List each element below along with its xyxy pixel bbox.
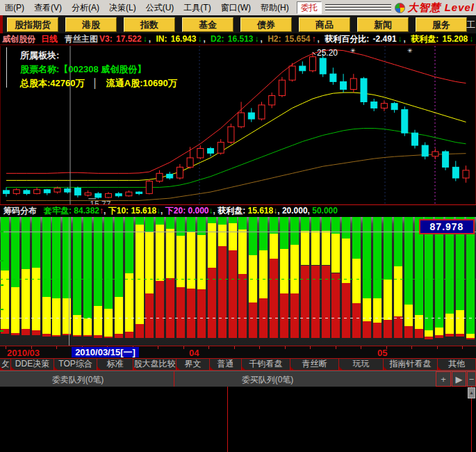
chip-bar [435,217,443,344]
bar-segment [238,229,247,274]
bar-segment [394,217,402,266]
layout-tab-1[interactable]: 攵 [0,359,11,371]
field-separator: , [318,34,322,44]
layout-tab-8[interactable]: 千钧看盘 [242,359,290,371]
bar-segment [187,289,195,338]
candlestick-panel[interactable]: 25.2015.77✳✳ 所属板块: 股票名称:【002308 威创股份】 总股… [0,46,476,204]
layout-tab-12[interactable]: 其他 [438,359,476,371]
chip-bar [363,217,371,344]
timeline-label: 04 [189,348,199,358]
bar-segment [208,217,216,223]
layout-tab-3[interactable]: TOP综合 [54,359,97,371]
bar-segment [466,338,475,339]
bar-segment [166,278,174,338]
chip-bar [249,217,257,344]
market-tab-4[interactable]: 基金 [182,17,233,32]
bar-segment [404,326,413,338]
bar-segment [322,217,330,231]
bar-segment [42,297,51,334]
star-marker-icon: ✳ [407,47,413,54]
chip-bar [83,217,92,344]
chip-bar [352,217,361,344]
left-accent-strip [0,15,3,33]
layout-tab-2[interactable]: DDE决策 [11,359,54,371]
menu-item[interactable]: 查看(V) [29,2,67,14]
market-tab-5[interactable]: 债券 [240,17,292,32]
market-tab-1[interactable]: 股指期货 [7,17,58,32]
period-label[interactable]: 日线 [41,33,58,45]
add-button[interactable]: + [436,371,451,387]
entrust-button[interactable]: 委托 [297,1,322,14]
layout-tab-5[interactable]: 股大盘比较 [133,359,177,371]
chip-value: 20.000 [282,206,308,216]
axis-tick [0,231,3,232]
bar-segment [311,266,320,338]
bar-segment [115,217,123,297]
market-tab-2[interactable]: 港股 [65,17,117,32]
menu-item[interactable]: 分析(A) [67,2,104,14]
bar-segment [218,246,227,338]
indicator-label: IN: [156,34,169,44]
field-separator: , [161,206,165,216]
indicator-arrow: ↑ [312,34,316,44]
bar-segment [145,293,154,338]
chip-bar [73,217,81,344]
bar-segment [94,335,102,338]
queue-divider [174,371,174,387]
chip-field: 套牢盘: 84.382↑, [44,206,108,216]
menu-item[interactable]: 面(P) [0,2,29,14]
bar-segment [249,217,257,255]
bar-segment [218,217,227,225]
field-separator: , [404,34,409,44]
menu-item[interactable]: 窗口(W) [216,2,256,14]
queue-content-area: ▲ [0,387,476,452]
layout-tab-9[interactable]: 青丝断 [290,359,339,371]
layout-tab-4[interactable]: 标准 [97,359,133,371]
market-tab-3[interactable]: 指数 [124,17,175,32]
chip-bar [166,217,174,344]
minus-button[interactable]: − [467,371,476,387]
chip-bar [229,217,237,344]
market-tab-8[interactable]: 服务 [416,17,467,32]
bar-segment [104,217,113,309]
timeline-tick [462,346,463,349]
layout-tab-bar: 攵DDE决策TOP综合标准股大盘比较界文普通千钧看盘青丝断玩玩指南针看盘其他 [0,359,476,371]
market-tab-6[interactable]: 商品 [299,17,350,32]
crosshair-line [69,217,69,346]
layout-tab-7[interactable]: 普通 [210,359,242,371]
bar-segment [115,334,123,338]
scrollbar-up-arrow[interactable]: ▲ [468,387,475,398]
menu-item[interactable]: 工具(T) [179,2,215,14]
play-button[interactable]: ▶ [452,371,466,387]
indicator-field: D2: 16.513↓, [211,34,266,44]
layout-tab-10[interactable]: 玩玩 [339,359,384,371]
bar-segment [73,335,81,337]
layout-tab-6[interactable]: 界文 [177,359,210,371]
toolbar-grip[interactable] [325,4,392,11]
menu-item[interactable]: 决策(L) [104,2,141,14]
chip-title: 筹码分布 [3,205,37,217]
bar-segment [32,330,40,335]
chip-bar [145,217,154,344]
bar-segment [63,298,71,334]
bar-segment [394,316,402,338]
stock-name-line: 股票名称:【002308 威创股份】 [20,63,177,76]
chip-bar [63,217,71,344]
chip-field: 下20: 0.000↓, [165,206,218,216]
timeline-axis[interactable]: 2010/030405 2010/03/15[一] [0,346,476,359]
timeline-tick [411,346,412,349]
layout-tab-11[interactable]: 指南针看盘 [384,359,438,371]
chip-bar [52,217,60,344]
market-tab-7[interactable]: 新闻 [357,17,409,32]
chip-bar [197,217,206,344]
bar-segment [136,217,144,225]
menu-item[interactable]: 公式(U) [141,2,179,14]
chip-bar [187,217,195,344]
bar-segment [177,217,185,236]
timeline-label: 2010/03 [7,348,40,358]
chip-bar-chart-panel[interactable]: 87.978 [0,217,476,346]
bar-segment [145,232,154,293]
bar-segment [115,297,123,334]
menu-item[interactable]: 帮助(H) [256,2,294,14]
buy-queue-title: 委买队列(0笔) [242,374,294,386]
